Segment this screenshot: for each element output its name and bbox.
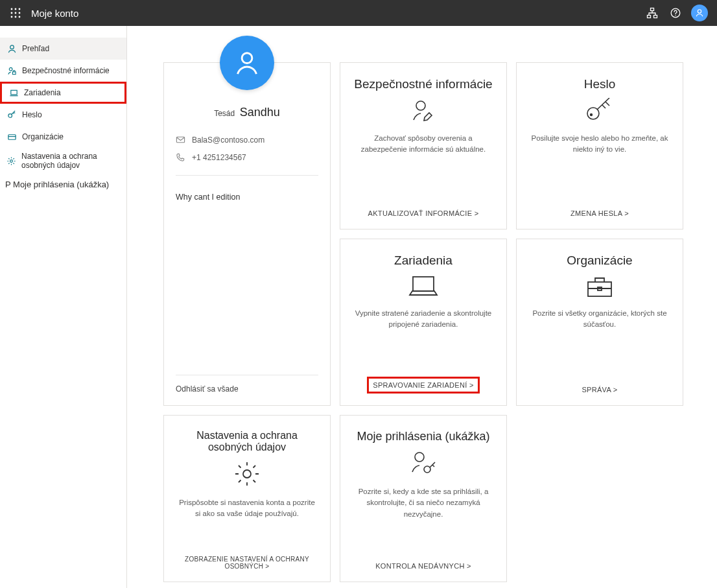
card-title: Heslo (584, 77, 616, 91)
view-settings-link[interactable]: ZOBRAZENIE NASTAVENÍ A OCHRANY OSOBNÝCH … (176, 556, 318, 570)
password-card: Heslo Posilujte svoje heslo alebo ho zme… (516, 62, 683, 229)
profile-email-row: BalaS@contoso.com (176, 131, 318, 148)
sidebar-item-label: Prehľad (22, 44, 49, 53)
settings-privacy-card: Nastavenia a ochrana osobných údajov Pri… (163, 415, 331, 582)
card-title: Organizácie (567, 253, 632, 268)
help-button[interactable] (664, 1, 687, 25)
user-avatar-small[interactable] (691, 5, 708, 21)
sidebar-item-signins[interactable]: P Moje prihlásenia (ukážka) (0, 174, 126, 196)
signins-card: Moje prihlásenia (ukážka) Pozrite si, ke… (340, 415, 507, 582)
profile-note: Why cant I edition (176, 193, 318, 202)
card-description: Vypnite stratené zariadenie a skontroluj… (352, 308, 495, 331)
sidebar-item-organizations[interactable]: Organizácie (0, 126, 126, 148)
svg-rect-9 (651, 8, 654, 11)
sidebar-item-label: Bezpečnostné informácie (22, 66, 110, 75)
sidebar-item-label: Organizácie (22, 132, 64, 141)
org-hierarchy-icon (646, 7, 658, 19)
svg-point-13 (675, 15, 676, 16)
briefcase-icon (585, 274, 615, 299)
card-description: Posilujte svoje heslo alebo ho zmeňte, a… (528, 133, 671, 156)
svg-point-7 (15, 16, 17, 18)
person-key-icon (409, 450, 438, 477)
sidebar-item-label: Heslo (22, 110, 42, 119)
svg-rect-10 (648, 16, 651, 18)
divider (176, 375, 318, 375)
svg-point-1 (15, 8, 17, 10)
help-icon (670, 8, 681, 18)
svg-point-26 (590, 113, 593, 116)
svg-rect-20 (8, 134, 15, 139)
card-title: Bezpečnostné informácie (354, 77, 492, 91)
svg-point-4 (15, 12, 17, 14)
svg-point-21 (10, 159, 13, 162)
key-icon (6, 110, 17, 120)
svg-rect-17 (12, 71, 16, 74)
person-icon (233, 49, 261, 76)
change-password-link[interactable]: ZMENA HESLA > (570, 209, 629, 217)
user-avatar-large (220, 36, 274, 90)
person-outline-icon (6, 43, 17, 54)
laptop-icon (8, 88, 19, 98)
card-icon (6, 132, 17, 142)
profile-phone-row: +1 4251234567 (176, 148, 318, 166)
sidebar-item-label: P Moje prihlásenia (ukážka) (5, 180, 109, 190)
gear-large-icon (233, 460, 261, 488)
svg-point-8 (19, 16, 21, 18)
gear-icon (6, 156, 16, 166)
svg-point-31 (415, 453, 424, 462)
phone-icon (176, 152, 185, 162)
svg-point-2 (19, 8, 21, 10)
person-pen-icon (410, 98, 436, 124)
sidebar-item-label: Zariadenia (24, 88, 61, 97)
profile-first-name: Tesád (214, 109, 235, 118)
card-title: Moje prihlásenia (ukážka) (357, 430, 489, 443)
card-description: Zachovať spôsoby overenia a zabezpečenie… (352, 133, 495, 156)
app-launcher-button[interactable] (5, 3, 26, 23)
svg-point-15 (10, 45, 14, 49)
profile-last-name: Sandhu (240, 106, 280, 119)
svg-rect-11 (654, 16, 657, 18)
svg-point-19 (8, 113, 12, 117)
manage-devices-link[interactable]: SPRAVOVANIE ZARIADENÍ > (367, 377, 479, 394)
svg-rect-27 (413, 277, 434, 291)
svg-point-14 (698, 10, 701, 13)
svg-point-0 (11, 8, 13, 10)
svg-point-16 (9, 67, 12, 71)
svg-rect-18 (10, 90, 16, 95)
app-title: Moje konto (31, 8, 78, 19)
sidebar: Prehľad Bezpečnostné informácie Zariaden… (0, 26, 127, 588)
profile-email: BalaS@contoso.com (192, 135, 264, 145)
signout-everywhere-link[interactable]: Odhlásiť sa všade (176, 384, 318, 394)
laptop-large-icon (407, 274, 440, 299)
profile-card: Tesád Sandhu BalaS@contoso.com +1 425123… (163, 62, 331, 406)
org-switcher-button[interactable] (641, 1, 664, 25)
sidebar-item-password[interactable]: Heslo (0, 104, 126, 126)
profile-phone: +1 4251234567 (192, 153, 246, 162)
card-description: Pozrite si, kedy a kde ste sa prihlásili… (352, 486, 495, 520)
organizations-card: Organizácie Pozrite si všetky organizáci… (516, 239, 683, 406)
svg-point-6 (11, 16, 13, 18)
svg-point-30 (243, 470, 251, 478)
card-title: Nastavenia a ochrana osobných údajov (176, 430, 318, 453)
card-description: Pozrite si všetky organizácie, ktorých s… (528, 308, 671, 331)
main-content: Tesád Sandhu BalaS@contoso.com +1 425123… (127, 26, 717, 588)
divider (176, 175, 318, 176)
waffle-icon (10, 8, 21, 18)
key-large-icon (585, 98, 615, 124)
review-signins-link[interactable]: KONTROLA NEDÁVNYCH > (375, 562, 471, 570)
sidebar-item-devices[interactable]: Zariadenia (0, 82, 126, 104)
svg-point-24 (416, 101, 425, 110)
update-info-link[interactable]: AKTUALIZOVAŤ INFORMÁCIE > (368, 209, 479, 217)
svg-point-22 (242, 53, 252, 64)
sidebar-item-settings-privacy[interactable]: Nastavenia a ochrana osobných údajov (0, 148, 126, 174)
svg-point-3 (11, 12, 13, 14)
sidebar-item-label: Nastavenia a ochrana osobných údajov (21, 152, 120, 171)
card-description: Prispôsobte si nastavenia konta a pozrit… (176, 497, 318, 520)
sidebar-item-overview[interactable]: Prehľad (0, 38, 126, 60)
person-icon (695, 8, 704, 18)
top-bar: Moje konto (0, 0, 717, 26)
manage-orgs-link[interactable]: SPRÁVA > (582, 386, 617, 394)
svg-point-5 (19, 12, 21, 14)
sidebar-item-security[interactable]: Bezpečnostné informácie (0, 60, 126, 82)
card-title: Zariadenia (394, 253, 453, 268)
